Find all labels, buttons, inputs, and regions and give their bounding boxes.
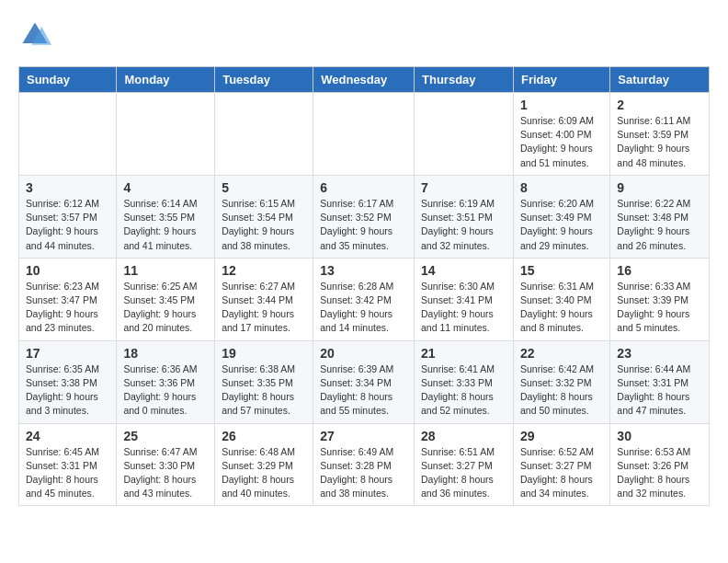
day-number: 27 — [320, 429, 407, 443]
day-of-week-header: Sunday — [19, 67, 117, 93]
day-of-week-header: Saturday — [610, 67, 710, 93]
day-info: Sunrise: 6:14 AM Sunset: 3:55 PM Dayligh… — [123, 197, 208, 253]
calendar-cell: 9Sunrise: 6:22 AM Sunset: 3:48 PM Daylig… — [610, 175, 710, 258]
day-of-week-header: Thursday — [415, 67, 514, 93]
day-number: 3 — [26, 180, 109, 195]
calendar-cell: 25Sunrise: 6:47 AM Sunset: 3:30 PM Dayli… — [117, 423, 215, 506]
day-number: 2 — [617, 98, 702, 112]
day-number: 10 — [26, 263, 109, 278]
calendar-cell: 13Sunrise: 6:28 AM Sunset: 3:42 PM Dayli… — [313, 258, 415, 340]
day-info: Sunrise: 6:38 AM Sunset: 3:35 PM Dayligh… — [222, 362, 306, 419]
day-info: Sunrise: 6:52 AM Sunset: 3:27 PM Dayligh… — [520, 445, 603, 501]
day-info: Sunrise: 6:49 AM Sunset: 3:28 PM Dayligh… — [320, 445, 407, 501]
day-of-week-header: Monday — [117, 67, 215, 93]
day-number: 5 — [222, 180, 306, 195]
day-info: Sunrise: 6:53 AM Sunset: 3:26 PM Dayligh… — [617, 445, 702, 501]
day-info: Sunrise: 6:15 AM Sunset: 3:54 PM Dayligh… — [222, 197, 306, 253]
day-info: Sunrise: 6:44 AM Sunset: 3:31 PM Dayligh… — [617, 362, 702, 419]
calendar-cell: 30Sunrise: 6:53 AM Sunset: 3:26 PM Dayli… — [610, 423, 710, 506]
day-number: 6 — [320, 180, 407, 195]
calendar-cell: 27Sunrise: 6:49 AM Sunset: 3:28 PM Dayli… — [313, 423, 415, 506]
calendar-cell: 10Sunrise: 6:23 AM Sunset: 3:47 PM Dayli… — [19, 258, 117, 340]
day-number: 16 — [617, 263, 702, 278]
calendar-cell: 14Sunrise: 6:30 AM Sunset: 3:41 PM Dayli… — [415, 258, 514, 340]
day-info: Sunrise: 6:30 AM Sunset: 3:41 PM Dayligh… — [421, 280, 506, 336]
day-number: 22 — [520, 346, 603, 361]
calendar-cell: 28Sunrise: 6:51 AM Sunset: 3:27 PM Dayli… — [415, 423, 514, 506]
calendar-cell: 24Sunrise: 6:45 AM Sunset: 3:31 PM Dayli… — [19, 423, 117, 506]
calendar-cell — [19, 93, 117, 176]
calendar-week-row: 10Sunrise: 6:23 AM Sunset: 3:47 PM Dayli… — [19, 258, 710, 340]
day-number: 21 — [421, 346, 506, 361]
calendar-week-row: 1Sunrise: 6:09 AM Sunset: 4:00 PM Daylig… — [19, 93, 710, 176]
day-number: 28 — [421, 429, 506, 443]
day-number: 7 — [421, 180, 506, 195]
calendar-cell: 17Sunrise: 6:35 AM Sunset: 3:38 PM Dayli… — [19, 340, 117, 423]
day-info: Sunrise: 6:17 AM Sunset: 3:52 PM Dayligh… — [320, 197, 407, 253]
calendar-cell: 1Sunrise: 6:09 AM Sunset: 4:00 PM Daylig… — [513, 93, 609, 176]
day-info: Sunrise: 6:42 AM Sunset: 3:32 PM Dayligh… — [520, 362, 603, 419]
day-of-week-header: Wednesday — [313, 67, 415, 93]
day-number: 1 — [520, 98, 603, 112]
page-header — [18, 18, 710, 52]
day-number: 24 — [26, 429, 109, 443]
day-info: Sunrise: 6:25 AM Sunset: 3:45 PM Dayligh… — [123, 280, 208, 336]
calendar-cell: 2Sunrise: 6:11 AM Sunset: 3:59 PM Daylig… — [610, 93, 710, 176]
day-number: 23 — [617, 346, 702, 361]
calendar-week-row: 24Sunrise: 6:45 AM Sunset: 3:31 PM Dayli… — [19, 423, 710, 506]
day-of-week-header: Tuesday — [215, 67, 313, 93]
calendar-cell: 26Sunrise: 6:48 AM Sunset: 3:29 PM Dayli… — [215, 423, 313, 506]
day-info: Sunrise: 6:33 AM Sunset: 3:39 PM Dayligh… — [617, 280, 702, 336]
calendar-week-row: 17Sunrise: 6:35 AM Sunset: 3:38 PM Dayli… — [19, 340, 710, 423]
day-info: Sunrise: 6:09 AM Sunset: 4:00 PM Dayligh… — [520, 114, 603, 170]
day-number: 29 — [520, 429, 603, 443]
day-info: Sunrise: 6:36 AM Sunset: 3:36 PM Dayligh… — [123, 362, 208, 419]
calendar-cell — [415, 93, 514, 176]
day-info: Sunrise: 6:41 AM Sunset: 3:33 PM Dayligh… — [421, 362, 506, 419]
calendar-cell: 20Sunrise: 6:39 AM Sunset: 3:34 PM Dayli… — [313, 340, 415, 423]
day-info: Sunrise: 6:35 AM Sunset: 3:38 PM Dayligh… — [26, 362, 109, 419]
calendar-cell: 22Sunrise: 6:42 AM Sunset: 3:32 PM Dayli… — [513, 340, 609, 423]
day-number: 30 — [617, 429, 702, 443]
logo — [18, 18, 55, 52]
calendar-table: SundayMondayTuesdayWednesdayThursdayFrid… — [18, 66, 710, 506]
calendar-cell: 6Sunrise: 6:17 AM Sunset: 3:52 PM Daylig… — [313, 175, 415, 258]
day-number: 15 — [520, 263, 603, 278]
calendar-cell: 12Sunrise: 6:27 AM Sunset: 3:44 PM Dayli… — [215, 258, 313, 340]
day-info: Sunrise: 6:23 AM Sunset: 3:47 PM Dayligh… — [26, 280, 109, 336]
calendar-cell: 15Sunrise: 6:31 AM Sunset: 3:40 PM Dayli… — [513, 258, 609, 340]
day-info: Sunrise: 6:31 AM Sunset: 3:40 PM Dayligh… — [520, 280, 603, 336]
day-info: Sunrise: 6:11 AM Sunset: 3:59 PM Dayligh… — [617, 114, 702, 170]
day-number: 17 — [26, 346, 109, 361]
calendar-cell: 8Sunrise: 6:20 AM Sunset: 3:49 PM Daylig… — [513, 175, 609, 258]
day-info: Sunrise: 6:39 AM Sunset: 3:34 PM Dayligh… — [320, 362, 407, 419]
day-number: 26 — [222, 429, 306, 443]
day-number: 19 — [222, 346, 306, 361]
calendar-cell: 5Sunrise: 6:15 AM Sunset: 3:54 PM Daylig… — [215, 175, 313, 258]
day-number: 12 — [222, 263, 306, 278]
calendar-cell: 11Sunrise: 6:25 AM Sunset: 3:45 PM Dayli… — [117, 258, 215, 340]
day-info: Sunrise: 6:47 AM Sunset: 3:30 PM Dayligh… — [123, 445, 208, 501]
calendar-cell: 21Sunrise: 6:41 AM Sunset: 3:33 PM Dayli… — [415, 340, 514, 423]
day-number: 11 — [123, 263, 208, 278]
calendar-cell: 23Sunrise: 6:44 AM Sunset: 3:31 PM Dayli… — [610, 340, 710, 423]
day-number: 14 — [421, 263, 506, 278]
day-number: 13 — [320, 263, 407, 278]
calendar-cell — [313, 93, 415, 176]
day-info: Sunrise: 6:20 AM Sunset: 3:49 PM Dayligh… — [520, 197, 603, 253]
calendar-cell: 4Sunrise: 6:14 AM Sunset: 3:55 PM Daylig… — [117, 175, 215, 258]
calendar-cell: 18Sunrise: 6:36 AM Sunset: 3:36 PM Dayli… — [117, 340, 215, 423]
day-info: Sunrise: 6:28 AM Sunset: 3:42 PM Dayligh… — [320, 280, 407, 336]
day-info: Sunrise: 6:27 AM Sunset: 3:44 PM Dayligh… — [222, 280, 306, 336]
day-info: Sunrise: 6:12 AM Sunset: 3:57 PM Dayligh… — [26, 197, 109, 253]
day-info: Sunrise: 6:19 AM Sunset: 3:51 PM Dayligh… — [421, 197, 506, 253]
day-number: 20 — [320, 346, 407, 361]
day-of-week-header: Friday — [513, 67, 609, 93]
calendar-cell: 3Sunrise: 6:12 AM Sunset: 3:57 PM Daylig… — [19, 175, 117, 258]
day-info: Sunrise: 6:48 AM Sunset: 3:29 PM Dayligh… — [222, 445, 306, 501]
day-info: Sunrise: 6:45 AM Sunset: 3:31 PM Dayligh… — [26, 445, 109, 501]
calendar-cell: 7Sunrise: 6:19 AM Sunset: 3:51 PM Daylig… — [415, 175, 514, 258]
logo-icon — [18, 18, 51, 52]
day-number: 4 — [123, 180, 208, 195]
calendar-cell — [215, 93, 313, 176]
